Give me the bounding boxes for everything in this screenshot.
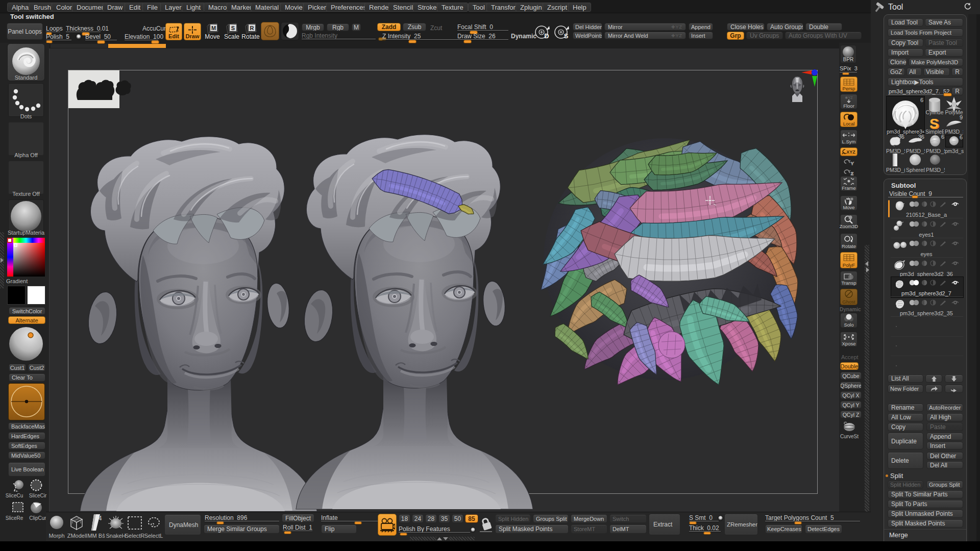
svg-text:XYZ: XYZ: [846, 149, 855, 155]
svg-text:Z: Z: [851, 171, 853, 176]
svg-text:4: 4: [99, 515, 102, 522]
svg-text:BPR: BPR: [843, 57, 854, 62]
svg-text:Y: Y: [851, 161, 854, 166]
svg-text:S: S: [564, 32, 569, 40]
svg-text:R: R: [250, 25, 254, 31]
svg-text:✱YZ: ✱YZ: [845, 96, 853, 99]
svg-text:M: M: [211, 25, 216, 31]
svg-text:D: D: [544, 32, 549, 40]
svg-text:S: S: [231, 25, 235, 31]
